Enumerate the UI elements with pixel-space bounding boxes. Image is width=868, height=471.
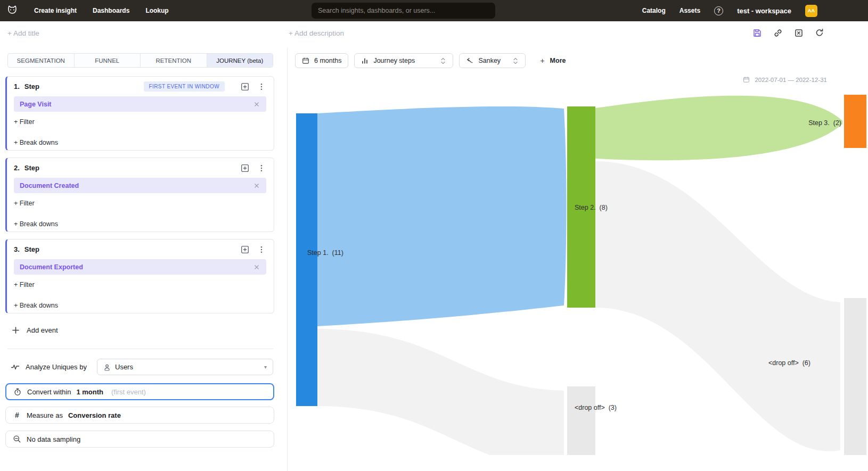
- sankey-label-dropoff-3: <drop off> (3): [575, 404, 617, 411]
- hash-icon: #: [13, 411, 21, 419]
- measure-prefix: Measure as: [27, 411, 63, 419]
- sankey-node-step3[interactable]: [844, 95, 866, 148]
- select-chevrons-icon: [512, 57, 519, 64]
- top-navbar: Create insight Dashboards Lookup Catalog…: [0, 0, 868, 21]
- sankey-label-step1: Step 1. (11): [307, 249, 343, 257]
- sankey-label-step2: Step 2. (8): [575, 204, 608, 211]
- data-sampling-control[interactable]: No data sampling: [5, 431, 274, 448]
- sankey-label-step3: Step 3. (2): [808, 119, 841, 127]
- date-range-value: 2022-07-01 — 2022-12-31: [755, 77, 827, 83]
- measure-as-control[interactable]: # Measure asConversion rate: [5, 407, 274, 424]
- add-step-icon[interactable]: [240, 82, 250, 92]
- menu-create-insight[interactable]: Create insight: [34, 7, 77, 14]
- sankey-node-step1[interactable]: [296, 113, 317, 406]
- add-title-button[interactable]: + Add title: [7, 29, 39, 37]
- chart-type-select[interactable]: Sankey: [459, 53, 526, 68]
- analyze-label: Analyze Uniques by: [26, 363, 87, 371]
- add-step-icon[interactable]: [240, 245, 250, 254]
- event-chip[interactable]: Page Visit: [14, 96, 266, 112]
- more-options-button[interactable]: + More: [540, 56, 566, 65]
- menu-lookup[interactable]: Lookup: [145, 7, 168, 14]
- add-breakdowns[interactable]: + Break downs: [14, 302, 58, 309]
- calendar-icon: [302, 57, 309, 64]
- bar-chart-icon: [361, 57, 369, 64]
- refresh-icon[interactable]: [815, 28, 824, 38]
- time-range-button[interactable]: 6 months: [295, 53, 348, 68]
- divider: [7, 349, 273, 349]
- analyze-by-select[interactable]: Users ▾: [97, 359, 273, 375]
- sankey-label-dropoff-6: <drop off> (6): [768, 359, 810, 367]
- step-card-header: 1. Step FIRST EVENT IN WINDOW: [14, 81, 266, 92]
- step-title: Step: [24, 164, 39, 172]
- stopwatch-icon: [13, 387, 22, 396]
- sankey-link-step1-dropoff[interactable]: [317, 329, 564, 455]
- sankey-node-dropoff-after-step1[interactable]: [567, 386, 595, 455]
- add-step-icon[interactable]: [240, 163, 250, 173]
- chevron-down-icon: ▾: [264, 364, 267, 370]
- analyze-by-value: Users: [115, 363, 133, 371]
- sankey-chart: Step 1. (11) Step 2. (8) Step 3. (2) <dr…: [288, 75, 868, 455]
- view-select[interactable]: Journey steps: [354, 53, 453, 68]
- convert-within-control[interactable]: Convert within1 month (first event): [5, 383, 274, 400]
- event-name: Document Exported: [20, 263, 83, 271]
- copy-link-icon[interactable]: [773, 28, 783, 38]
- measure-value: Conversion rate: [68, 411, 121, 419]
- select-chevrons-icon: [440, 57, 446, 64]
- step-card-header: 3. Step: [14, 244, 266, 254]
- sampling-label: No data sampling: [27, 435, 80, 443]
- tab-funnel[interactable]: FUNNEL: [75, 54, 141, 67]
- chart-type-value: Sankey: [478, 57, 501, 64]
- close-icon[interactable]: [253, 263, 260, 271]
- kebab-menu-icon[interactable]: [257, 245, 266, 254]
- app-logo-cat-icon[interactable]: [5, 4, 19, 18]
- event-chip[interactable]: Document Created: [14, 178, 266, 193]
- plus-icon: [12, 326, 20, 334]
- tab-journey[interactable]: JOURNEY (beta): [207, 54, 273, 67]
- close-icon[interactable]: [253, 182, 260, 189]
- global-search: [312, 3, 495, 19]
- navbar-right: Catalog Assets ? test - workspace AA: [642, 0, 817, 21]
- calendar-icon: [743, 76, 750, 83]
- plus-icon: +: [540, 56, 544, 65]
- menu-assets[interactable]: Assets: [679, 7, 700, 14]
- save-icon[interactable]: [752, 28, 762, 38]
- search-input[interactable]: [312, 3, 495, 19]
- sankey-link-step1-step2[interactable]: [317, 106, 567, 326]
- add-filter[interactable]: + Filter: [14, 281, 35, 288]
- add-breakdowns[interactable]: + Break downs: [14, 139, 58, 146]
- step-card-1: 1. Step FIRST EVENT IN WINDOW Page Visit…: [5, 76, 274, 151]
- tab-segmentation[interactable]: SEGMENTATION: [8, 54, 75, 67]
- help-icon[interactable]: ?: [714, 6, 723, 15]
- menu-catalog[interactable]: Catalog: [642, 7, 666, 14]
- convert-suffix: (first event): [111, 388, 146, 396]
- insight-config-panel: SEGMENTATION FUNNEL RETENTION JOURNEY (b…: [0, 48, 287, 471]
- close-icon[interactable]: [253, 101, 260, 108]
- add-description-button[interactable]: + Add description: [289, 29, 344, 37]
- person-icon: [103, 363, 111, 371]
- step-number: 1.: [14, 82, 20, 90]
- menu-dashboards[interactable]: Dashboards: [93, 7, 129, 14]
- add-filter[interactable]: + Filter: [14, 118, 35, 126]
- kebab-menu-icon[interactable]: [257, 163, 266, 173]
- workspace-name[interactable]: test - workspace: [737, 7, 791, 15]
- chart-toolbar: 6 months Journey steps Sankey + More: [295, 53, 566, 68]
- more-label: More: [550, 57, 566, 64]
- sankey-link-step2-step3[interactable]: [595, 96, 842, 160]
- add-event-button[interactable]: Add event: [12, 326, 58, 334]
- sankey-link-step2-dropoff[interactable]: [595, 161, 840, 451]
- main-menu: Create insight Dashboards Lookup: [34, 7, 169, 14]
- view-value: Journey steps: [373, 57, 415, 64]
- close-box-icon[interactable]: [794, 28, 804, 38]
- event-chip[interactable]: Document Exported: [14, 259, 266, 275]
- add-breakdowns[interactable]: + Break downs: [14, 220, 58, 228]
- step-card-header: 2. Step: [14, 163, 266, 173]
- avatar[interactable]: AA: [805, 5, 817, 17]
- add-filter[interactable]: + Filter: [14, 200, 35, 207]
- tab-retention[interactable]: RETENTION: [141, 54, 207, 67]
- step-card-2: 2. Step Document Created + Filter + Brea…: [5, 158, 274, 232]
- step-title: Step: [24, 82, 39, 90]
- kebab-menu-icon[interactable]: [257, 82, 266, 92]
- search-minus-icon: [13, 435, 21, 443]
- event-name: Document Created: [20, 182, 79, 189]
- sankey-node-dropoff-after-step2[interactable]: [844, 298, 866, 455]
